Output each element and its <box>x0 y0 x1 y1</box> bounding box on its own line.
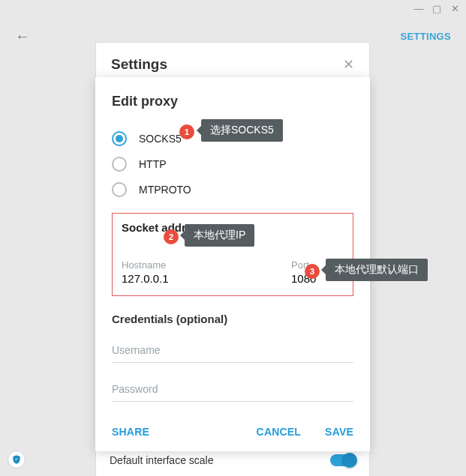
back-icon[interactable]: ← <box>15 28 30 45</box>
panel-title: Settings <box>111 56 167 73</box>
annotation-tip-2: 本地代理IP <box>185 224 254 247</box>
default-scale-toggle[interactable] <box>330 454 356 466</box>
save-button[interactable]: SAVE <box>325 426 353 438</box>
annotation-tip-3: 本地代理默认端口 <box>326 259 428 281</box>
radio-label: HTTP <box>139 158 167 170</box>
default-scale-label: Default interface scale <box>110 454 214 466</box>
window-close-icon[interactable]: ✕ <box>449 3 460 14</box>
radio-label: SOCKS5 <box>139 133 182 145</box>
annotation-badge-2: 2 <box>164 229 179 244</box>
shield-icon[interactable] <box>8 451 26 469</box>
annotation-badge-3: 3 <box>305 264 320 279</box>
window-controls: — ▢ ✕ <box>407 0 466 17</box>
credentials-header: Credentials (optional) <box>112 313 353 325</box>
close-icon[interactable]: ✕ <box>343 56 354 73</box>
share-button[interactable]: SHARE <box>112 426 149 438</box>
radio-icon <box>112 182 127 197</box>
dialog-title: Edit proxy <box>112 94 353 109</box>
cancel-button[interactable]: CANCEL <box>257 426 302 438</box>
radio-label: MTPROTO <box>139 184 191 196</box>
radio-icon <box>112 131 127 146</box>
settings-link[interactable]: SETTINGS <box>401 31 451 42</box>
maximize-icon[interactable]: ▢ <box>431 3 442 14</box>
username-field[interactable] <box>112 337 353 363</box>
radio-icon <box>112 157 127 172</box>
password-field[interactable] <box>112 376 353 402</box>
hostname-label: Hostname <box>122 259 269 271</box>
minimize-icon[interactable]: — <box>413 3 424 14</box>
annotation-tip-1: 选择SOCKS5 <box>201 119 283 142</box>
annotation-badge-1: 1 <box>179 124 194 139</box>
radio-mtproto[interactable]: MTPROTO <box>112 177 353 202</box>
radio-http[interactable]: HTTP <box>112 151 353 177</box>
hostname-value[interactable]: 127.0.0.1 <box>122 272 269 285</box>
dialog-actions: SHARE CANCEL SAVE <box>112 426 353 438</box>
